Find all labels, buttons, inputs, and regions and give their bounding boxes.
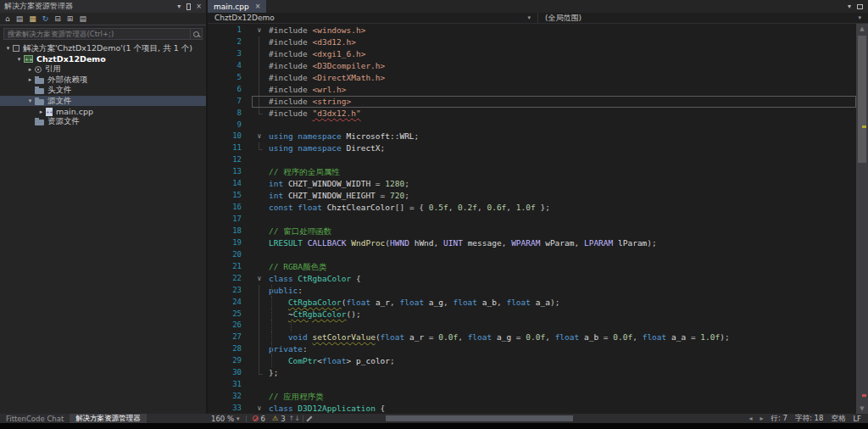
tab-main-cpp[interactable]: main.cpp ×: [208, 0, 266, 13]
tree-item-solution[interactable]: ▾解决方案'ChztDx12Demo'(1 个项目, 共 1 个): [0, 43, 206, 53]
nav-forward-icon[interactable]: ▸: [760, 415, 763, 422]
pin-icon[interactable]: [186, 3, 191, 10]
search-input[interactable]: [4, 30, 190, 38]
warning-icon: ⚠: [272, 415, 278, 422]
solution-explorer-titlebar: 解决方案资源管理器 ▾ ×: [0, 0, 206, 13]
fold-toggle-icon[interactable]: ∨: [250, 131, 269, 142]
warning-indicator[interactable]: ⚠ 3: [269, 415, 289, 423]
zoom-dropdown[interactable]: 160 % ▾: [208, 415, 243, 423]
code-text: [269, 249, 856, 261]
tree-item-external-dependencies[interactable]: ▸外部依赖项: [0, 75, 206, 85]
scope-dropdown[interactable]: (全局范围) ▾: [538, 13, 868, 23]
code-line-28[interactable]: 28private:: [208, 343, 856, 355]
code-line-11[interactable]: 11using namespace DirectX;: [208, 142, 856, 154]
space-indicator[interactable]: 空格: [831, 414, 845, 424]
collapse-all-icon[interactable]: ⊟: [54, 14, 61, 23]
tree-item-references[interactable]: ▸引用: [0, 64, 206, 75]
indent-guide: [271, 309, 272, 320]
code-line-23[interactable]: 23public:: [208, 285, 856, 297]
indent-guide: [271, 320, 272, 332]
fold-toggle-icon[interactable]: ∨: [250, 273, 269, 285]
code-line-18[interactable]: 18// 窗口处理函数: [208, 226, 856, 237]
code-editor[interactable]: 1∨#include <windows.h>2#include <d3d12.h…: [208, 24, 868, 414]
refresh-icon[interactable]: ↻: [42, 14, 49, 23]
nav-back-icon[interactable]: ◂: [748, 415, 752, 422]
tool-window-tabs: FittenCode Chat 解决方案资源管理器: [0, 414, 208, 423]
char-indicator[interactable]: 字符: 18: [795, 414, 823, 424]
horizontal-scrollbar[interactable]: [318, 414, 744, 423]
code-line-14[interactable]: 14int CHZT_WINDOW_WIDTH = 1280;: [208, 178, 856, 190]
tree-item-project[interactable]: ▾ChztDx12Demo: [0, 53, 206, 64]
float-window-icon[interactable]: [857, 4, 863, 9]
window-position-icon[interactable]: ▾: [177, 3, 181, 10]
edit-file-icon[interactable]: ▦: [29, 14, 36, 23]
tree-item-main-cpp[interactable]: ▸main.cpp: [0, 106, 206, 116]
solution-explorer-panel: 解决方案资源管理器 ▾ × ⌂ ▤ ▦ ↻ ⊟ ⊞ ▤ ▾解决方案'ChztDx…: [0, 0, 206, 414]
code-line-32[interactable]: 32// 应用程序类: [208, 391, 856, 403]
code-line-8[interactable]: 8#include "d3dx12.h": [208, 108, 856, 120]
code-line-9[interactable]: 9: [208, 120, 856, 131]
code-line-24[interactable]: 24 CtRgbaColor(float a_r, float a_g, flo…: [208, 297, 856, 309]
code-line-16[interactable]: 16const float ChztClearColor[] = { 0.5f,…: [208, 202, 856, 214]
code-line-26[interactable]: 26: [208, 320, 856, 332]
expander-icon[interactable]: ▾: [3, 45, 13, 52]
code-line-5[interactable]: 5#include <DirectXMath.h>: [208, 72, 856, 84]
tree-item-source-files[interactable]: ▾源文件: [0, 96, 206, 106]
line-number: 20: [208, 249, 250, 261]
code-line-10[interactable]: 10∨using namespace Microsoft::WRL;: [208, 131, 856, 142]
code-line-29[interactable]: 29 ComPtr<float> p_color;: [208, 355, 856, 367]
next-issue-icon[interactable]: ↓: [294, 415, 300, 422]
code-line-19[interactable]: 19LRESULT CALLBACK WndProc(HWND hWnd, UI…: [208, 237, 856, 249]
expander-icon[interactable]: ▸: [25, 66, 35, 73]
code-line-27[interactable]: 27 void setColorValue(float a_r = 0.0f, …: [208, 332, 856, 343]
vertical-scrollbar[interactable]: ▲ ▼: [856, 24, 868, 414]
fold-toggle-icon[interactable]: ∨: [250, 403, 269, 414]
code-line-6[interactable]: 6#include <wrl.h>: [208, 84, 856, 96]
tab-close-icon[interactable]: ×: [255, 3, 261, 10]
tool-tab-solution-explorer[interactable]: 解决方案资源管理器: [70, 414, 147, 423]
tool-tab-fittencode[interactable]: FittenCode Chat: [0, 414, 70, 423]
close-icon[interactable]: ×: [196, 3, 202, 10]
home-icon[interactable]: ⌂: [5, 14, 10, 23]
show-all-files-icon[interactable]: ⊞: [67, 14, 74, 23]
code-line-13[interactable]: 13// 程序的全局属性: [208, 166, 856, 178]
search-icon[interactable]: [190, 29, 202, 39]
expander-icon[interactable]: ▾: [25, 98, 35, 104]
expander-icon[interactable]: ▸: [36, 109, 46, 115]
line-indicator[interactable]: 行: 7: [771, 414, 787, 424]
pending-changes-icon[interactable]: ▤: [16, 14, 24, 23]
scrollbar-thumb[interactable]: [858, 36, 866, 163]
expander-icon[interactable]: ▸: [25, 76, 35, 83]
code-line-2[interactable]: 2#include <d3d12.h>: [208, 36, 856, 48]
horizontal-scrollbar-thumb[interactable]: [386, 415, 573, 421]
scroll-down-icon[interactable]: ▼: [856, 404, 868, 414]
tree-item-resource-files[interactable]: 资源文件: [0, 117, 206, 127]
code-line-22[interactable]: 22∨class CtRgbaColor {: [208, 273, 856, 285]
code-line-12[interactable]: 12: [208, 154, 856, 166]
code-line-25[interactable]: 25 ~CtRgbaColor();: [208, 309, 856, 320]
zoom-level: 160 %: [211, 415, 234, 423]
code-line-31[interactable]: 31: [208, 379, 856, 391]
code-line-20[interactable]: 20: [208, 249, 856, 261]
fold-toggle-icon[interactable]: ∨: [250, 25, 269, 36]
code-line-17[interactable]: 17: [208, 214, 856, 226]
properties-icon[interactable]: ▤: [79, 14, 86, 23]
code-line-33[interactable]: 33∨class D3D12Application {: [208, 403, 856, 414]
error-count: 6: [261, 415, 265, 423]
code-line-30[interactable]: 30};: [208, 367, 856, 379]
line-number: 29: [208, 355, 250, 367]
project-dropdown[interactable]: ChztDx12Demo ▾: [208, 13, 538, 23]
code-line-4[interactable]: 4#include <D3Dcompiler.h>: [208, 60, 856, 72]
code-line-3[interactable]: 3#include <dxgi1_6.h>: [208, 48, 856, 60]
code-line-15[interactable]: 15int CHZT_WINDOW_HEIGHT = 720;: [208, 190, 856, 202]
code-line-21[interactable]: 21// RGBA颜色类: [208, 261, 856, 273]
scroll-up-icon[interactable]: ▲: [856, 24, 868, 34]
prev-issue-icon[interactable]: ↑: [289, 415, 295, 422]
code-line-1[interactable]: 1∨#include <windows.h>: [208, 25, 856, 36]
error-indicator[interactable]: 6: [249, 415, 269, 423]
eol-indicator[interactable]: LF: [853, 415, 861, 423]
code-line-7[interactable]: 7#include <string>: [208, 96, 856, 108]
expander-icon[interactable]: ▾: [14, 56, 24, 63]
tree-item-header-files[interactable]: 头文件: [0, 86, 206, 96]
active-files-icon[interactable]: ▾: [848, 3, 851, 10]
